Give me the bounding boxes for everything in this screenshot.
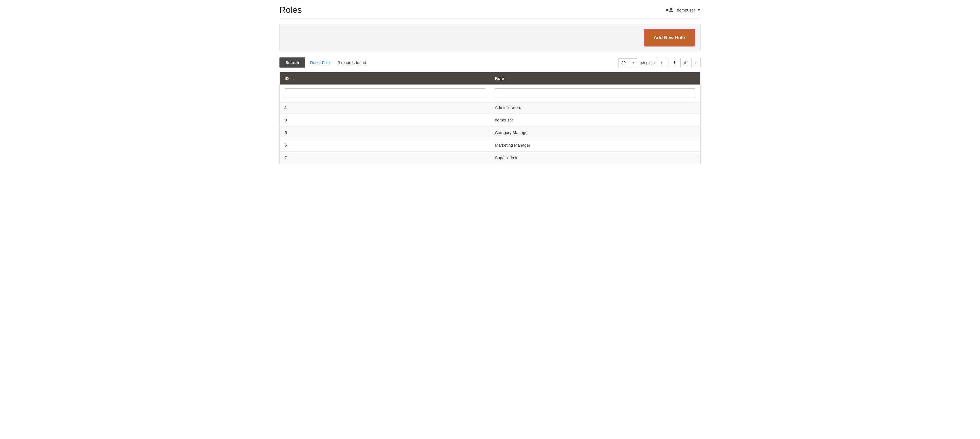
cell-id: 7 xyxy=(280,151,490,164)
filter-row: Search Reset Filter 5 records found 10 2… xyxy=(280,57,700,68)
table-row: 7 Super-admin xyxy=(280,151,700,164)
page-title: Roles xyxy=(280,5,302,15)
page-number-input[interactable] xyxy=(668,58,681,67)
cell-role: Category Manager xyxy=(490,126,700,139)
prev-page-button[interactable]: ‹ xyxy=(657,58,667,67)
user-menu[interactable]: ■ demouser ▼ xyxy=(666,7,700,13)
roles-table: ID ↓ Role 1 Administrators xyxy=(280,72,700,164)
id-filter-input[interactable] xyxy=(285,88,485,97)
column-role-label: Role xyxy=(495,76,504,81)
sort-icon: ↓ xyxy=(292,76,294,81)
toolbar-bar: Add New Role xyxy=(280,24,700,51)
user-caret-icon: ▼ xyxy=(697,8,700,12)
cell-id: 5 xyxy=(280,126,490,139)
role-filter-input[interactable] xyxy=(495,88,695,97)
per-page-select[interactable]: 10 20 50 100 xyxy=(618,58,637,67)
add-role-highlight: Add New Role xyxy=(644,29,695,46)
cell-role: demouser xyxy=(490,114,700,126)
top-header: Roles ■ demouser ▼ xyxy=(280,0,700,19)
search-button[interactable]: Search xyxy=(280,57,305,68)
table-row: 1 Administrators xyxy=(280,101,700,114)
reset-filter-link[interactable]: Reset Filter xyxy=(310,60,331,65)
column-header-role[interactable]: Role xyxy=(490,72,700,85)
table-row: 5 Category Manager xyxy=(280,126,700,139)
table-row: 6 Marketing Manager xyxy=(280,139,700,151)
column-header-id[interactable]: ID ↓ xyxy=(280,72,490,85)
next-page-button[interactable]: › xyxy=(691,58,700,67)
table-header-row: ID ↓ Role xyxy=(280,72,700,85)
cell-role: Super-admin xyxy=(490,151,700,164)
per-page-label: per page xyxy=(640,60,655,65)
id-filter-cell xyxy=(280,84,490,101)
column-id-label: ID xyxy=(285,76,289,81)
table-row: 3 demouser xyxy=(280,114,700,126)
cell-id: 6 xyxy=(280,139,490,151)
of-page-text: of 1 xyxy=(683,60,689,65)
add-new-role-button[interactable]: Add New Role xyxy=(645,31,694,45)
cell-role: Marketing Manager xyxy=(490,139,700,151)
cell-role: Administrators xyxy=(490,101,700,114)
user-icon: ■ xyxy=(666,7,675,13)
role-filter-cell xyxy=(490,84,700,101)
cell-id: 1 xyxy=(280,101,490,114)
records-found-label: 5 records found xyxy=(338,60,366,65)
pagination-area: 10 20 50 100 ▼ per page ‹ of 1 › xyxy=(618,58,700,67)
column-filter-row xyxy=(280,84,700,101)
username-label: demouser xyxy=(677,8,695,12)
cell-id: 3 xyxy=(280,114,490,126)
per-page-wrapper: 10 20 50 100 ▼ xyxy=(618,58,637,67)
